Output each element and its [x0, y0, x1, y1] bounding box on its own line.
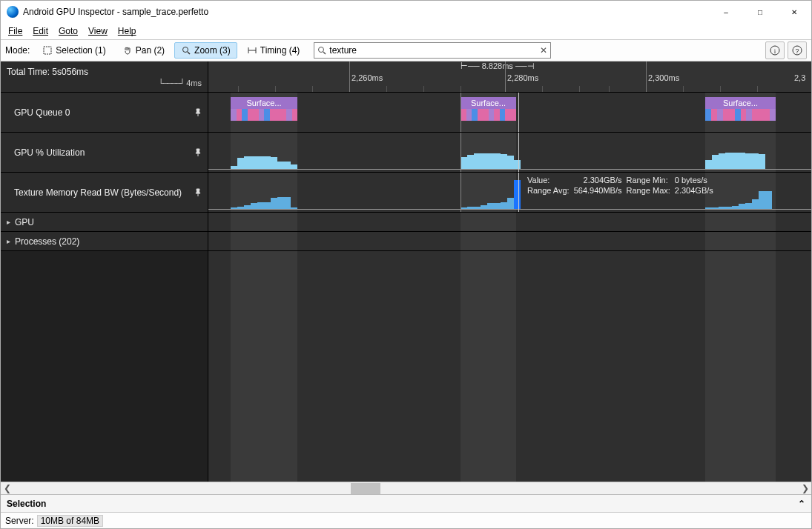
toolbar: Mode: Selection (1) Pan (2) Zoom (3) Tim… — [1, 39, 811, 61]
range-indicator: ⊢── 8.828ms ──⊣ — [461, 61, 535, 71]
status-server-mem: 10MB of 84MB — [37, 515, 103, 527]
gpu-queue-block-label: Surface... — [231, 97, 297, 109]
menubar: File Edit Goto View Help — [1, 23, 811, 39]
menu-file[interactable]: File — [4, 24, 27, 38]
svg-text:i: i — [774, 47, 776, 55]
mode-timing-label: Timing (4) — [260, 45, 300, 56]
status-server-label: Server: — [5, 516, 34, 526]
help-button[interactable]: ? — [788, 41, 807, 59]
mode-selection-label: Selection (1) — [56, 45, 105, 56]
search-clear-icon[interactable]: ✕ — [540, 45, 547, 56]
track-tex-bw-content[interactable]: Value: 2.304GB/s Range Min: 0 bytes/s Ra… — [208, 173, 811, 212]
svg-point-6 — [319, 47, 324, 53]
selection-panel-label: Selection — [7, 499, 46, 509]
menu-help[interactable]: Help — [113, 24, 141, 38]
window-title: Android GPU Inspector - sample_trace.per… — [23, 7, 709, 17]
titlebar: Android GPU Inspector - sample_trace.per… — [1, 1, 811, 23]
info-button[interactable]: i — [765, 41, 785, 59]
svg-rect-0 — [44, 47, 51, 54]
track-tex-bw-label: Texture Memory Read BW (Bytes/Second) — [14, 187, 182, 198]
gpu-queue-block-label: Surface... — [705, 97, 776, 109]
mode-zoom-label: Zoom (3) — [194, 45, 231, 56]
total-time-label: Total Time: 5s056ms — [7, 67, 88, 77]
chevron-right-icon: ▸ — [7, 237, 10, 245]
statusbar: Server: 10MB of 84MB — [1, 512, 811, 528]
svg-text:?: ? — [795, 47, 799, 55]
visible-start-label: 4ms — [186, 79, 202, 87]
hover-tooltip: Value: 2.304GB/s Range Min: 0 bytes/s Ra… — [527, 176, 713, 195]
timeline: Total Time: 5s056ms └────┘ 4ms ⊢── 8.828… — [1, 61, 811, 482]
svg-line-2 — [188, 52, 190, 54]
zoom-icon — [181, 45, 191, 56]
timeline-hscroll[interactable]: ❮ ❯ — [1, 482, 811, 494]
selection-panel-header[interactable]: Selection ⌃ — [1, 494, 811, 512]
selection-icon — [42, 45, 53, 56]
menu-goto[interactable]: Goto — [54, 24, 82, 38]
tick-label: 2,3 — [794, 73, 805, 82]
track-gpu-queue-label: GPU Queue 0 — [14, 107, 70, 118]
menu-view[interactable]: View — [84, 24, 112, 38]
scroll-left-icon[interactable]: ❮ — [1, 482, 13, 495]
svg-point-1 — [183, 47, 188, 53]
track-gpu-queue-content[interactable]: Surface...Surface...Surface... — [208, 93, 811, 132]
mode-pan-label: Pan (2) — [136, 45, 165, 56]
track-gpu-queue: GPU Queue 0 Surface...Surface...Surface.… — [1, 93, 811, 133]
app-icon — [7, 6, 19, 18]
scroll-track[interactable] — [13, 482, 799, 495]
tick-label: 2,280ms — [507, 73, 538, 82]
mode-pan[interactable]: Pan (2) — [116, 42, 171, 59]
search-icon — [317, 46, 326, 55]
help-icon: ? — [792, 45, 802, 56]
gpu-queue-block-label: Surface... — [461, 97, 516, 109]
maximize-button[interactable]: □ — [743, 1, 777, 23]
close-button[interactable]: ✕ — [777, 1, 811, 23]
pin-icon[interactable] — [194, 108, 202, 117]
search-box[interactable]: ✕ — [314, 42, 551, 59]
mode-label: Mode: — [5, 45, 30, 56]
group-processes[interactable]: ▸Processes (202) — [1, 232, 811, 251]
track-gpu-util-content[interactable] — [208, 133, 811, 172]
track-gpu-util: GPU % Utilization — [1, 133, 811, 173]
pan-icon — [122, 45, 133, 56]
info-icon: i — [770, 45, 780, 56]
tick-label: 2,300ms — [648, 73, 679, 82]
timing-icon — [247, 45, 257, 56]
pin-icon[interactable] — [194, 148, 202, 157]
timeline-filler — [1, 251, 811, 482]
search-input[interactable] — [326, 45, 540, 56]
track-tex-bw: Texture Memory Read BW (Bytes/Second) Va… — [1, 173, 811, 213]
tick-label: 2,260ms — [351, 73, 383, 82]
gpu-queue-block[interactable]: Surface... — [705, 97, 776, 121]
ruler-content[interactable]: ⊢── 8.828ms ──⊣ 2,260ms 2,280ms 2,300ms … — [208, 61, 811, 92]
chevron-up-icon: ⌃ — [798, 499, 805, 509]
svg-line-7 — [323, 52, 326, 54]
time-ruler[interactable]: Total Time: 5s056ms └────┘ 4ms ⊢── 8.828… — [1, 61, 811, 93]
mode-selection[interactable]: Selection (1) — [36, 42, 112, 59]
gpu-queue-block[interactable]: Surface... — [461, 97, 516, 121]
pin-icon[interactable] — [194, 188, 202, 197]
menu-edit[interactable]: Edit — [28, 24, 53, 38]
scroll-right-icon[interactable]: ❯ — [799, 482, 811, 495]
minimize-button[interactable]: – — [709, 1, 743, 23]
gpu-queue-block[interactable]: Surface... — [231, 97, 297, 121]
group-gpu[interactable]: ▸GPU — [1, 213, 811, 232]
track-gpu-util-label: GPU % Utilization — [14, 147, 85, 158]
mode-zoom[interactable]: Zoom (3) — [174, 42, 237, 59]
chevron-right-icon: ▸ — [7, 218, 10, 226]
mode-timing[interactable]: Timing (4) — [240, 42, 307, 59]
scroll-thumb[interactable] — [351, 483, 380, 494]
